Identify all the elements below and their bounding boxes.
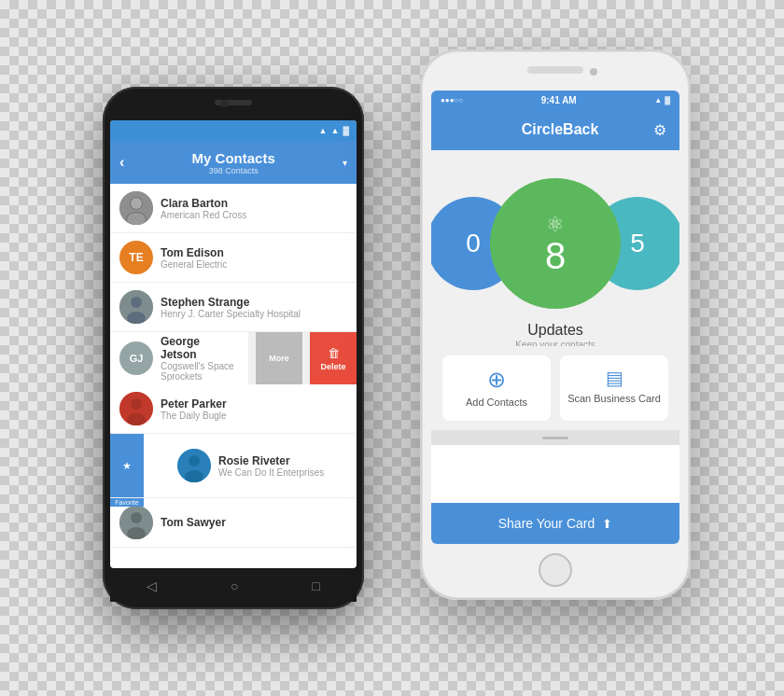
contact-name: Tom Edison	[161, 246, 227, 259]
atom-icon: ⚛	[546, 213, 565, 237]
avatar	[119, 506, 153, 539]
circles-section: 0 ⚛ 8 5 Updates Keep your contactsup-to	[431, 150, 679, 346]
ios-time: 9:41 AM	[541, 95, 577, 105]
back-nav-icon[interactable]: ◁	[147, 578, 157, 593]
avatar: TE	[119, 241, 153, 274]
updates-section: Updates Keep your contactsup-to-date	[431, 318, 679, 346]
contact-name: Peter Parker	[161, 397, 227, 411]
iphone-home-button[interactable]	[539, 553, 572, 587]
contact-info: Tom Sawyer	[161, 516, 226, 529]
contact-info: Stephen Strange Henry J. Carter Specialt…	[161, 296, 301, 319]
updates-title: Updates	[431, 322, 679, 339]
settings-icon[interactable]: ⚙	[653, 121, 666, 139]
ios-app-title: CircleBack	[522, 121, 599, 138]
android-phone: ▲ ▲ ▓ ‹ My Contacts 398 Contacts ▾	[103, 87, 364, 609]
share-card-button[interactable]: Share Your Card ⬆	[431, 503, 679, 544]
list-item[interactable]: Tom Sawyer	[110, 498, 357, 548]
action-buttons-row: ⊕ Add Contacts ▤ Scan Business Card	[431, 346, 679, 430]
trash-icon: 🗑	[328, 346, 340, 360]
contact-list: Clara Barton American Red Cross TE Tom E…	[110, 184, 357, 548]
iphone-camera	[590, 68, 597, 76]
ios-carrier: ●●●○○	[441, 96, 463, 104]
avatar	[177, 449, 211, 482]
contact-info: Peter Parker The Daily Bugle	[161, 397, 227, 421]
share-upload-icon: ⬆	[602, 517, 612, 531]
android-screen: ▲ ▲ ▓ ‹ My Contacts 398 Contacts ▾	[110, 120, 357, 568]
swipe-handle	[431, 430, 679, 445]
home-nav-icon[interactable]: ○	[231, 578, 238, 593]
svg-point-12	[189, 455, 200, 466]
contact-company: The Daily Bugle	[161, 411, 227, 421]
list-item-favorited[interactable]: ★ Rosie Riveter We Can Do It E	[110, 434, 357, 498]
scan-card-label: Scan Business Card	[567, 393, 661, 404]
ios-wifi-icon: ▲	[654, 96, 662, 104]
contact-name: Clara Barton	[161, 197, 246, 210]
android-app-title: My Contacts	[132, 150, 335, 166]
ios-battery-icon: ▓	[665, 96, 670, 104]
iphone-screen: ●●●○○ 9:41 AM ▲ ▓ CircleBack ⚙ 0	[431, 90, 679, 544]
more-action-button[interactable]: More	[256, 332, 302, 384]
avatar	[119, 290, 153, 324]
signal-icon: ▲	[331, 126, 340, 135]
svg-point-3	[131, 198, 142, 209]
battery-icon: ▓	[343, 126, 349, 135]
right-circle-number: 5	[630, 229, 645, 258]
ios-status-bar: ●●●○○ 9:41 AM ▲ ▓	[431, 90, 679, 109]
favorite-badge: ★	[110, 434, 144, 497]
phones-container: ▲ ▲ ▓ ‹ My Contacts 398 Contacts ▾	[75, 31, 709, 665]
left-circle-number: 0	[466, 229, 481, 258]
contact-info: Rosie Riveter We Can Do It Enterprises	[218, 454, 324, 478]
contact-name: Stephen Strange	[161, 296, 301, 309]
more-label: More	[269, 354, 289, 363]
dropdown-icon[interactable]: ▾	[343, 158, 347, 168]
android-status-icons: ▲ ▲ ▓	[319, 126, 349, 135]
contact-company: Henry J. Carter Specialty Hospital	[161, 309, 301, 319]
list-item-swipe[interactable]: GJ George Jetson Cogswell's Space Sprock…	[110, 332, 357, 384]
contact-info-partial: GJ George Jetson Cogswell's Space Sprock…	[110, 332, 248, 384]
contact-info: Clara Barton American Red Cross	[161, 197, 246, 220]
list-item[interactable]: Clara Barton American Red Cross	[110, 184, 357, 233]
add-contacts-button[interactable]: ⊕ Add Contacts	[442, 355, 551, 421]
contact-company: Cogswell's Space Sprockets	[161, 361, 239, 382]
list-item[interactable]: Peter Parker The Daily Bugle	[110, 384, 357, 434]
scan-card-button[interactable]: ▤ Scan Business Card	[560, 355, 668, 421]
back-button[interactable]: ‹	[119, 154, 124, 171]
ios-status-icons: ▲ ▓	[654, 96, 670, 104]
contact-name: George Jetson	[161, 335, 239, 361]
list-item[interactable]: Stephen Strange Henry J. Carter Specialt…	[110, 283, 357, 332]
star-icon: ★	[122, 460, 132, 472]
updates-subtitle: Keep your contactsup-to-date	[431, 339, 679, 346]
svg-point-9	[131, 398, 142, 410]
circles-row: 0 ⚛ 8 5	[431, 169, 679, 318]
main-circle[interactable]: ⚛ 8	[490, 178, 621, 309]
contact-company: American Red Cross	[161, 210, 246, 220]
add-contacts-label: Add Contacts	[466, 397, 527, 408]
main-circle-number: 8	[545, 237, 566, 274]
avatar	[119, 191, 153, 225]
svg-point-15	[131, 512, 142, 523]
wifi-icon: ▲	[319, 126, 328, 135]
list-item[interactable]: TE Tom Edison General Electric	[110, 233, 357, 283]
avatar	[119, 392, 153, 425]
android-app-header: ‹ My Contacts 398 Contacts ▾	[110, 141, 357, 184]
svg-point-6	[131, 297, 142, 308]
swipe-handle-bar	[542, 437, 568, 439]
add-contacts-icon: ⊕	[487, 369, 506, 391]
android-contacts-count: 398 Contacts	[132, 166, 335, 175]
android-nav-bar: ◁ ○ □	[110, 570, 357, 602]
android-status-bar: ▲ ▲ ▓	[110, 120, 357, 141]
recents-nav-icon[interactable]: □	[312, 578, 319, 593]
android-title-section: My Contacts 398 Contacts	[132, 150, 335, 175]
iphone: ●●●○○ 9:41 AM ▲ ▓ CircleBack ⚙ 0	[420, 49, 691, 600]
contact-company: General Electric	[161, 259, 227, 270]
avatar: GJ	[119, 341, 153, 375]
contact-company: We Can Do It Enterprises	[218, 467, 324, 478]
ios-app-header: CircleBack ⚙	[431, 109, 679, 150]
scan-card-icon: ▤	[606, 369, 623, 387]
contact-info: George Jetson Cogswell's Space Sprockets	[161, 335, 239, 382]
delete-label: Delete	[320, 362, 345, 371]
contact-name: Rosie Riveter	[218, 454, 324, 467]
delete-action-button[interactable]: 🗑 Delete	[310, 332, 357, 384]
contact-info: Tom Edison General Electric	[161, 246, 227, 270]
share-card-label: Share Your Card	[498, 516, 595, 531]
